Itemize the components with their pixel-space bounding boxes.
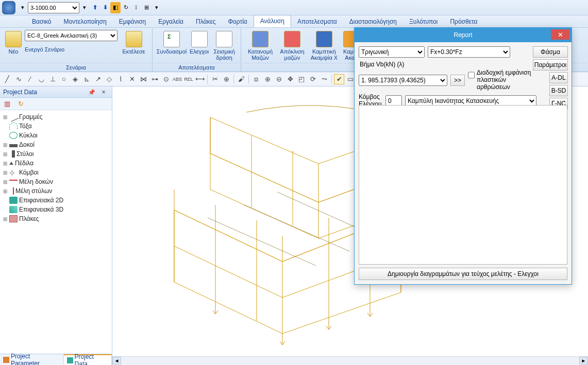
combinations-button[interactable]: ΣΣυνδυασμοί: [157, 30, 187, 56]
tab-modeling[interactable]: Μοντελοποίηση: [58, 16, 113, 27]
tab-loads[interactable]: Φορτία: [222, 16, 254, 27]
tree-item-arcs[interactable]: Τόξα: [1, 121, 111, 131]
separator-icon: [248, 75, 249, 84]
tab-basic[interactable]: Βασικό: [26, 16, 58, 27]
tree-item-beam-members[interactable]: ⊞Μέλη δοκών: [1, 177, 111, 186]
tool-zoom-in-icon[interactable]: ⊕: [262, 74, 273, 84]
app-logo-icon[interactable]: [2, 1, 15, 14]
tree-item-surf3d[interactable]: Επιφανειακά 3D: [1, 205, 111, 214]
tool-join-icon[interactable]: ⊕: [221, 74, 231, 84]
distribution-select[interactable]: Τριγωνική: [359, 46, 425, 58]
a-dl-button[interactable]: A-DL: [549, 72, 568, 83]
create-diagrams-button[interactable]: Δημιουργία διαγραμμάτων για τεύχος μελέτ…: [359, 268, 567, 280]
new-scenario-button[interactable]: Νέο: [4, 30, 23, 56]
report-listbox[interactable]: [359, 105, 567, 265]
project-tree[interactable]: ⊞Γραμμές Τόξα Κύκλοι ⊞Δοκοί ⊞Στύλοι ⊞Πέδ…: [0, 110, 112, 354]
tool-point-icon[interactable]: ⊙: [161, 74, 171, 84]
tool-arc-icon[interactable]: ◡: [36, 74, 46, 84]
seismic-action-button[interactable]: Σεισμική δράση: [212, 30, 237, 62]
tool-polyline-icon[interactable]: ∿: [13, 74, 24, 84]
tool-abs-icon[interactable]: ABS: [172, 74, 182, 84]
tree-item-beams[interactable]: ⊞Δοκοί: [1, 140, 111, 149]
tool-cut-icon[interactable]: ✂: [210, 74, 220, 84]
tool-zoom-out-icon[interactable]: ⊖: [274, 74, 284, 84]
scroll-right-icon[interactable]: ►: [579, 357, 588, 364]
b-sd-button[interactable]: B-SD: [549, 85, 568, 96]
qat-dropdown-icon[interactable]: ▾: [18, 2, 28, 13]
qat-more-icon[interactable]: ▾: [152, 2, 162, 13]
tool-refresh-icon[interactable]: ⟳: [308, 74, 318, 84]
tool-snap-icon[interactable]: ⋈: [138, 74, 148, 84]
tree-item-surf2d[interactable]: Επιφανειακά 2D: [1, 196, 111, 205]
close-panel-icon[interactable]: ×: [98, 86, 109, 97]
qat-spin-icon[interactable]: ▾: [79, 2, 90, 13]
tab-tools[interactable]: Εργαλεία: [152, 16, 190, 27]
tool-check-toggle-icon[interactable]: ✔: [334, 74, 344, 84]
mass-deviation-button[interactable]: Απόκλισημαζών: [277, 30, 307, 62]
tool-line2-icon[interactable]: ⁄: [25, 74, 35, 84]
flex-stiffness-x-button[interactable]: ΚαμπτικήΑκαμψία X: [309, 30, 339, 62]
tab-appearance[interactable]: Εμφάνιση: [113, 16, 152, 27]
tool-intersect-icon[interactable]: ✕: [127, 74, 137, 84]
active-scenario-link[interactable]: Ενεργό Σενάριο: [25, 46, 117, 53]
tree-item-lines[interactable]: ⊞Γραμμές: [1, 112, 111, 121]
tool-line-icon[interactable]: ╱: [2, 74, 12, 84]
ruler-icon[interactable]: ⟟: [131, 2, 141, 13]
tool-zoom-window-icon[interactable]: ◰: [296, 74, 307, 84]
horizontal-scrollbar[interactable]: ◄ ►: [112, 356, 588, 365]
tab-addons[interactable]: Πρόσθετα: [444, 16, 483, 27]
tab-project-data[interactable]: Project Data: [64, 354, 112, 365]
tool-pan-icon[interactable]: ✥: [285, 74, 295, 84]
tab-drawings[interactable]: Ξυλότυποι: [403, 16, 444, 27]
step-select[interactable]: 1. 985.17393 (9.43625): [359, 75, 447, 86]
tab-project-parameter[interactable]: Project Parameter: [0, 354, 64, 365]
tool-tangent-icon[interactable]: ↗: [93, 74, 103, 84]
load-combo-select[interactable]: Fx+0.30*Fz: [428, 46, 510, 58]
refresh-tree-icon[interactable]: ↻: [15, 99, 26, 109]
tool-target-icon[interactable]: ◈: [70, 74, 80, 84]
tab-slabs[interactable]: Πλάκες: [190, 16, 222, 27]
tab-results[interactable]: Αποτελεσματα: [291, 16, 343, 27]
scale-select[interactable]: 3-1000.00: [28, 2, 79, 13]
scenario-select[interactable]: EC-8_Greek Ανελαστική (3): [25, 30, 117, 41]
tree-item-column-members[interactable]: ⊞Μέλη στύλων: [1, 186, 111, 196]
sequential-checkbox[interactable]: [468, 69, 475, 81]
close-button[interactable]: ✕: [551, 29, 569, 40]
tool-zoom-extents-icon[interactable]: ⧈: [251, 74, 261, 84]
tool-path-icon[interactable]: ⌇: [115, 74, 126, 84]
tree-item-circles[interactable]: Κύκλοι: [1, 131, 111, 140]
tool-dim-icon[interactable]: ⟷: [195, 74, 205, 84]
tool-quad-icon[interactable]: ◇: [104, 74, 114, 84]
tool-walk-icon[interactable]: ⤳: [319, 74, 329, 84]
up-arrow-icon[interactable]: ⬆: [90, 2, 100, 13]
tree-item-footings[interactable]: ⊞Πέδιλα: [1, 159, 111, 168]
run-button[interactable]: Εκτέλεσε: [120, 30, 148, 56]
tool-near-icon[interactable]: ⊶: [149, 74, 160, 84]
tool-brush-icon[interactable]: 🖌: [236, 74, 246, 84]
tool-perp-icon[interactable]: ⊾: [81, 74, 92, 84]
tree-item-slabs[interactable]: ⊞Πλάκες: [1, 214, 111, 223]
grid-icon[interactable]: ⊞: [141, 2, 152, 13]
scroll-left-icon[interactable]: ◄: [112, 357, 121, 364]
tree-item-nodes[interactable]: ⊞⊹Κόμβοι: [1, 168, 111, 177]
spectrum-button[interactable]: Φάσμα: [533, 46, 568, 58]
mass-distribution-button[interactable]: ΚατανομήΜαζών: [245, 30, 275, 62]
parameters-button[interactable]: Παράμετροι: [533, 59, 568, 71]
tab-analysis[interactable]: Ανάλυση: [254, 15, 291, 27]
checks-button[interactable]: Ελεγχοι: [189, 30, 210, 56]
tree-tool-icon[interactable]: ▥: [2, 99, 12, 109]
tool-rel-icon[interactable]: REL: [183, 74, 194, 84]
sequential-checkbox-wrap[interactable]: Διαδοχική εμφάνιση πλαστικών αρθρώσεων: [468, 69, 539, 91]
report-titlebar[interactable]: Report ✕: [355, 28, 572, 42]
tab-design[interactable]: Διαστασιολόγηση: [343, 16, 403, 27]
tool-node-icon[interactable]: ⊥: [47, 74, 58, 84]
view-3d-icon[interactable]: ◧: [110, 2, 121, 13]
tree-item-columns[interactable]: ⊞Στύλοι: [1, 149, 111, 159]
down-arrow-icon[interactable]: ⬇: [100, 2, 110, 13]
orbit-icon[interactable]: ↻: [121, 2, 131, 13]
slab-icon: [9, 215, 18, 222]
tool-circle-icon[interactable]: ○: [59, 74, 69, 84]
pin-icon[interactable]: 📌: [87, 87, 97, 97]
separator-icon: [331, 75, 332, 84]
go-button[interactable]: >>: [450, 75, 465, 86]
